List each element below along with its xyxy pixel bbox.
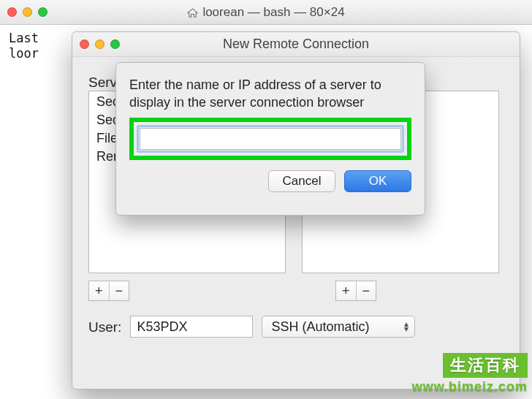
watermark: 生活百科 www.bimeiz.com [412,353,528,395]
close-icon[interactable] [7,7,17,17]
watermark-title: 生活百科 [443,353,528,378]
add-service-button[interactable]: + [89,281,110,300]
sheet-message: Enter the name or IP address of a server… [129,76,411,112]
home-icon [187,7,198,18]
server-plus-minus: + − [335,281,376,301]
cancel-button[interactable]: Cancel [268,170,335,192]
zoom-icon[interactable] [110,39,120,49]
chevron-up-down-icon: ▴▾ [404,322,408,332]
zoom-icon[interactable] [38,7,48,17]
nrc-title: New Remote Connection [223,37,369,52]
highlight-box [129,118,411,160]
terminal-title: loorean — bash — 80×24 [7,5,525,20]
close-icon[interactable] [80,39,89,49]
server-address-input[interactable] [140,128,401,150]
ok-button[interactable]: OK [344,170,411,192]
remove-service-button[interactable]: − [110,281,129,300]
protocol-dropdown[interactable]: SSH (Automatic) ▴▾ [262,316,415,338]
add-server-button[interactable]: + [336,281,357,300]
remove-server-button[interactable]: − [357,281,376,300]
minimize-icon[interactable] [23,7,32,17]
service-plus-minus: + − [88,281,129,301]
protocol-value: SSH (Automatic) [271,319,369,335]
nrc-traffic-lights [80,39,120,49]
server-address-sheet: Enter the name or IP address of a server… [115,62,425,216]
focus-ring [137,125,404,153]
nrc-titlebar: New Remote Connection [72,32,520,57]
terminal-traffic-lights [7,7,48,17]
terminal-title-text: loorean — bash — 80×24 [202,5,344,20]
terminal-titlebar: loorean — bash — 80×24 [0,0,532,25]
user-label: User: [88,318,121,335]
minimize-icon[interactable] [95,39,104,49]
sheet-buttons: Cancel OK [129,170,411,192]
watermark-url: www.bimeiz.com [412,379,528,395]
user-field[interactable] [130,316,253,338]
